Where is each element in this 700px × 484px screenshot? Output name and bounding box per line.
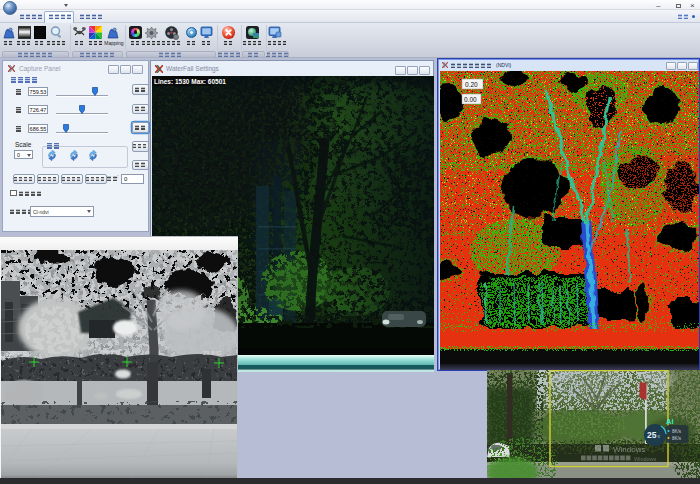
svg-text:0.00: 0.00 (464, 96, 477, 103)
svg-text:29.7°C: 29.7°C (102, 350, 121, 356)
svg-text:Windows: Windows (613, 445, 645, 454)
svg-text:AI: AI (666, 417, 674, 426)
svg-text:8K/s: 8K/s (672, 436, 682, 441)
svg-text:Lines: 1530 Max: 60501: Lines: 1530 Max: 60501 (154, 78, 226, 85)
svg-text:25: 25 (647, 430, 657, 440)
svg-text:Windows: Windows (634, 456, 657, 462)
svg-text:29.2°C: 29.2°C (9, 350, 28, 356)
svg-text:29.8°C: 29.8°C (203, 350, 222, 356)
svg-text:0.20: 0.20 (465, 81, 478, 88)
svg-text:8K/s: 8K/s (672, 429, 682, 434)
